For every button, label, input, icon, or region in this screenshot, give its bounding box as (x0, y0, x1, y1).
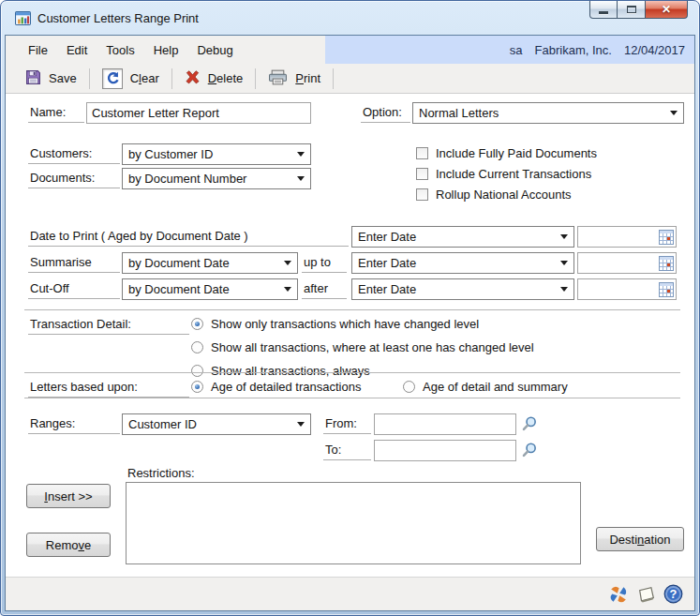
date-to-print-combo[interactable]: Enter Date (351, 226, 574, 248)
radio-show-all-one-changed[interactable]: Show all transactions, where at least on… (191, 340, 534, 354)
help-icon[interactable]: ? (663, 584, 683, 604)
section-divider (24, 309, 680, 310)
session-info: sa Fabrikam, Inc. 12/04/2017 (325, 36, 694, 64)
window: Customer Letters Range Print ✕ File Edit… (0, 0, 700, 616)
to-lookup-button[interactable] (518, 440, 539, 461)
cutoff-date-field (577, 278, 677, 300)
session-user: sa (510, 43, 523, 57)
documents-label: Documents: (28, 169, 120, 188)
cutoff-date-input[interactable] (578, 279, 657, 299)
process-monitor-pinwheel-icon[interactable] (607, 583, 630, 606)
menu-debug[interactable]: Debug (187, 43, 242, 57)
cutoff-label: Cut-Off (28, 279, 120, 299)
dropdown-arrow-icon (297, 152, 305, 157)
customers-label: Customers: (28, 144, 120, 164)
close-button[interactable]: ✕ (645, 1, 688, 19)
destination-button[interactable]: Destination (596, 527, 684, 551)
date-to-print-field (577, 226, 677, 248)
clear-button[interactable]: Clear (90, 67, 171, 91)
svg-text:?: ? (670, 587, 678, 601)
restrictions-listbox[interactable] (126, 482, 581, 564)
radio-show-only-changed[interactable]: Show only transactions which have change… (191, 317, 479, 331)
note-icon[interactable] (636, 584, 657, 605)
summarise-date-field (577, 252, 677, 274)
maximize-button[interactable] (618, 1, 645, 19)
menu-file[interactable]: File (19, 43, 57, 57)
summarise-date-input[interactable] (578, 253, 657, 273)
dropdown-arrow-icon (560, 234, 568, 239)
radio-icon[interactable] (191, 365, 203, 377)
app-frame: File Edit Tools Help Debug sa Fabrikam, … (5, 35, 695, 611)
toolbar: Save Clear Delete Print (6, 64, 694, 94)
remove-button[interactable]: Remove (26, 533, 111, 557)
save-button[interactable]: Save (13, 67, 89, 91)
radio-icon[interactable] (403, 381, 415, 393)
dropdown-arrow-icon (560, 261, 568, 265)
toolbar-separator (333, 68, 334, 89)
section-divider (24, 372, 680, 373)
menu-edit[interactable]: Edit (57, 43, 97, 57)
radio-icon[interactable] (191, 341, 203, 353)
name-field[interactable] (86, 102, 311, 124)
minimize-icon (599, 11, 608, 14)
dropdown-arrow-icon (284, 287, 291, 292)
checkbox-icon[interactable] (416, 168, 428, 180)
checkbox-include-fully-paid[interactable]: Include Fully Paid Documents (416, 146, 597, 160)
menu-bar: File Edit Tools Help Debug sa Fabrikam, … (6, 36, 694, 64)
app-icon (15, 10, 31, 26)
date-to-print-label: Date to Print ( Aged by Document Date ) (28, 227, 349, 247)
to-field[interactable] (374, 440, 516, 461)
radio-show-all-always[interactable]: Show all transactions, always (191, 364, 370, 378)
summarise-combo[interactable]: by Document Date (122, 252, 298, 274)
window-controls: ✕ (589, 1, 688, 19)
section-divider (24, 398, 680, 398)
customers-combo[interactable]: by Customer ID (122, 143, 311, 165)
ranges-label: Ranges: (28, 414, 120, 434)
magnifier-icon (521, 421, 538, 435)
status-bar: ? (6, 577, 694, 610)
dropdown-arrow-icon (670, 111, 678, 115)
insert-button[interactable]: Insert >> (26, 484, 111, 508)
radio-icon[interactable] (191, 318, 203, 330)
minimize-button[interactable] (589, 1, 618, 19)
radio-age-detailed-transactions[interactable]: Age of detailed transactions (191, 380, 361, 394)
dropdown-arrow-icon (560, 287, 568, 292)
ranges-combo[interactable]: Customer ID (122, 413, 311, 435)
option-label: Option: (361, 103, 410, 123)
date-to-print-input[interactable] (578, 227, 657, 247)
print-button[interactable]: Print (256, 67, 333, 91)
up-to-label: up to (302, 253, 347, 273)
checkbox-rollup-national-accounts[interactable]: Rollup National Accounts (416, 188, 572, 202)
radio-icon[interactable] (191, 381, 203, 393)
menu-tools[interactable]: Tools (97, 43, 143, 57)
cutoff-date-combo[interactable]: Enter Date (351, 278, 574, 300)
calendar-icon-button[interactable] (657, 227, 676, 247)
dropdown-arrow-icon (284, 261, 291, 265)
session-company: Fabrikam, Inc. (535, 43, 612, 57)
checkbox-include-current-transactions[interactable]: Include Current Transactions (416, 167, 591, 181)
checkbox-icon[interactable] (416, 188, 428, 201)
option-combo[interactable]: Normal Letters (412, 102, 684, 124)
cutoff-combo[interactable]: by Document Date (122, 278, 298, 300)
documents-combo[interactable]: by Document Number (122, 168, 311, 189)
restrictions-label: Restrictions: (126, 464, 195, 484)
delete-button[interactable]: Delete (172, 67, 256, 91)
dropdown-arrow-icon (297, 422, 305, 427)
radio-age-detail-and-summary[interactable]: Age of detail and summary (403, 380, 568, 394)
form-body: Name: Option: Normal Letters Customers: … (6, 94, 694, 577)
delete-icon (185, 69, 201, 88)
checkbox-icon[interactable] (416, 147, 428, 159)
from-label: From: (323, 414, 371, 434)
calendar-icon-button[interactable] (657, 279, 676, 299)
close-icon: ✕ (662, 4, 671, 15)
menu-help[interactable]: Help (144, 43, 188, 57)
to-label: To: (323, 441, 371, 460)
window-title: Customer Letters Range Print (37, 11, 199, 25)
summarise-label: Summarise (28, 253, 120, 273)
calendar-icon-button[interactable] (657, 253, 676, 273)
session-date: 12/04/2017 (624, 43, 685, 57)
maximize-icon (627, 6, 636, 13)
from-field[interactable] (374, 413, 516, 435)
summarise-date-combo[interactable]: Enter Date (351, 252, 574, 274)
from-lookup-button[interactable] (518, 413, 539, 435)
